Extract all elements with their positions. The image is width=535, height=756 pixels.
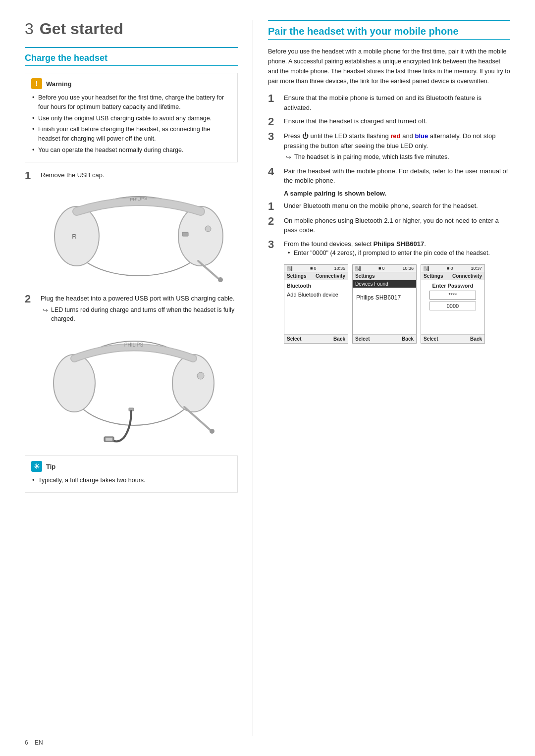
phone-3-footer-left[interactable]: Select bbox=[424, 336, 438, 342]
pair-step-1: 1 Ensure that the mobile phone is turned… bbox=[268, 93, 510, 112]
phone-3-battery: ■ 0 bbox=[447, 266, 453, 271]
phone-screen-2: ▒.||| ■ 0 10:36 Settings Devices Found P… bbox=[352, 264, 417, 344]
phone-2-nav-left: Settings bbox=[355, 273, 374, 279]
step-2-text: Plug the headset into a powered USB port… bbox=[41, 294, 238, 303]
phone-1-nav: Settings Connectivity bbox=[284, 272, 348, 280]
pair-step-1-content: Ensure that the mobile phone is turned o… bbox=[284, 93, 510, 112]
tip-list: Typically, a full charge takes two hours… bbox=[31, 476, 231, 485]
pair-sub-step-3-num: 3 bbox=[268, 239, 279, 250]
pair-step-4-text: Pair the headset with the mobile phone. … bbox=[284, 167, 508, 185]
pair-step-1-text: Ensure that the mobile phone is turned o… bbox=[284, 94, 482, 111]
headset-svg-top: R PHILIPS bbox=[40, 187, 238, 286]
phone-2-battery: ■ 0 bbox=[378, 266, 384, 271]
warning-icon: ! bbox=[31, 78, 42, 89]
phone-1-battery-icon: ■ bbox=[310, 266, 313, 271]
phone-2-footer-right[interactable]: Back bbox=[402, 336, 414, 342]
enter-password-field[interactable]: **** bbox=[429, 291, 476, 300]
arrow-icon-3: ↪ bbox=[286, 152, 291, 162]
step-1-text: Remove the USB cap. bbox=[41, 170, 238, 180]
pair-step-2: 2 Ensure that the headset is charged and… bbox=[268, 116, 510, 127]
phone-screens-container: ▒.||| ■ 0 10:35 Settings Connectivity Bl… bbox=[284, 264, 510, 344]
pin-note-item: Enter "0000" (4 zeros), if prompted to e… bbox=[294, 249, 510, 258]
step-1-content: Remove the USB cap. bbox=[41, 170, 238, 182]
pair-step-3-arrow-text: The headset is in pairing mode, which la… bbox=[294, 152, 449, 162]
page-footer: 6 EN bbox=[25, 739, 43, 746]
svg-point-6 bbox=[205, 226, 211, 232]
tip-box: ✳ Tip Typically, a full charge takes two… bbox=[25, 455, 238, 493]
phone-1-footer: Select Back bbox=[284, 334, 348, 343]
tip-item-1: Typically, a full charge takes two hours… bbox=[31, 476, 231, 485]
phone-2-footer-left[interactable]: Select bbox=[355, 336, 370, 342]
phone-2-status-bar: ▒.||| ■ 0 10:36 bbox=[353, 265, 416, 272]
tip-label: Tip bbox=[46, 463, 55, 470]
chapter-heading: 3 Get started bbox=[25, 20, 238, 38]
warning-header: ! Warning bbox=[31, 78, 231, 89]
chapter-number: 3 bbox=[25, 20, 34, 38]
pair-sub-step-2-num: 2 bbox=[268, 216, 279, 227]
pair-sub-step-3-text: From the found devices, select Philips S… bbox=[284, 240, 426, 248]
pair-step-4-content: Pair the headset with the mobile phone. … bbox=[284, 166, 510, 186]
step-2-arrow: ↪ LED turns red during charge and turns … bbox=[43, 305, 238, 324]
tip-header: ✳ Tip bbox=[31, 461, 231, 472]
pair-sub-step-3-content: From the found devices, select Philips S… bbox=[284, 239, 510, 259]
svg-point-8 bbox=[218, 277, 223, 282]
phone-3-footer-right[interactable]: Back bbox=[470, 336, 482, 342]
headset-usb-svg: PHILIPS bbox=[35, 329, 233, 448]
phone-2-time: 10:36 bbox=[402, 266, 414, 271]
phone-2-body: Philips SHB6017 bbox=[353, 290, 416, 305]
phone-3-footer: Select Back bbox=[421, 334, 484, 343]
step-2-num: 2 bbox=[25, 294, 36, 304]
pair-sub-step-1-content: Under Bluetooth menu on the mobile phone… bbox=[284, 201, 510, 211]
enter-password-value[interactable]: 0000 bbox=[429, 302, 476, 310]
red-word: red bbox=[390, 132, 400, 140]
phone-3-nav-left: Settings bbox=[424, 273, 443, 279]
pair-sub-step-2-text: On mobile phones using Bluetooth 2.1 or … bbox=[284, 217, 499, 234]
page-lang: EN bbox=[35, 739, 43, 746]
pair-step-2-text: Ensure that the headset is charged and t… bbox=[284, 117, 427, 125]
enter-password-title: Enter Password bbox=[424, 283, 482, 289]
phone-3-nav-right: Connectivity bbox=[452, 273, 482, 279]
pair-step-3-content: Press ⏻ until the LED starts flashing re… bbox=[284, 131, 510, 162]
warning-list: Before you use your headset for the firs… bbox=[31, 93, 231, 155]
phone-3-nav: Settings Connectivity bbox=[421, 272, 484, 280]
headset-image-top: R PHILIPS bbox=[40, 187, 238, 286]
pair-step-3-arrow: ↪ The headset is in pairing mode, which … bbox=[286, 152, 510, 162]
device-name-bold: Philips SHB6017 bbox=[374, 240, 425, 248]
phone-1-signal: ▒.||| bbox=[287, 266, 292, 271]
svg-text:R: R bbox=[72, 233, 76, 240]
phone-screen-1: ▒.||| ■ 0 10:35 Settings Connectivity Bl… bbox=[284, 264, 348, 344]
tip-icon: ✳ bbox=[31, 461, 42, 472]
phone-1-footer-right[interactable]: Back bbox=[333, 336, 345, 342]
arrow-icon: ↪ bbox=[43, 305, 48, 324]
step-1-num: 1 bbox=[25, 170, 36, 181]
svg-point-17 bbox=[210, 429, 214, 434]
pair-sub-step-1: 1 Under Bluetooth menu on the mobile pho… bbox=[268, 201, 510, 212]
pair-section-title: Pair the headset with your mobile phone bbox=[268, 26, 510, 40]
phone-2-nav: Settings bbox=[353, 272, 416, 280]
phone-2-footer: Select Back bbox=[353, 334, 416, 343]
phone-1-time: 10:35 bbox=[334, 266, 345, 271]
svg-rect-5 bbox=[182, 232, 188, 236]
phone-1-title: Bluetooth bbox=[287, 283, 345, 289]
pair-sub-step-2-content: On mobile phones using Bluetooth 2.1 or … bbox=[284, 216, 510, 235]
warning-item-2: Use only the original USB charging cable… bbox=[31, 114, 231, 123]
pair-step-1-num: 1 bbox=[268, 93, 279, 104]
phone-2-battery-icon: ■ bbox=[378, 266, 381, 271]
step-2: 2 Plug the headset into a powered USB po… bbox=[25, 294, 238, 324]
page-number: 6 bbox=[25, 739, 28, 746]
right-column: Pair the headset with your mobile phone … bbox=[253, 20, 510, 736]
headset-image-usb: PHILIPS bbox=[35, 329, 233, 448]
sample-pairing-label: A sample pairing is shown below. bbox=[284, 190, 510, 197]
phone-1-footer-left[interactable]: Select bbox=[287, 336, 301, 342]
pair-sub-step-1-num: 1 bbox=[268, 201, 279, 212]
phone-2-device-name: Philips SHB6017 bbox=[355, 292, 414, 303]
warning-item-1: Before you use your headset for the firs… bbox=[31, 93, 231, 112]
phone-3-body: Enter Password **** 0000 bbox=[421, 280, 484, 315]
step-2-content: Plug the headset into a powered USB port… bbox=[41, 294, 238, 324]
step-1: 1 Remove the USB cap. bbox=[25, 170, 238, 182]
pair-step-4-num: 4 bbox=[268, 166, 279, 177]
phone-1-status-bar: ▒.||| ■ 0 10:35 bbox=[284, 265, 348, 272]
warning-item-4: You can operate the headset normally dur… bbox=[31, 146, 231, 155]
phone-screen-3: ▒.||| ■ 0 10:37 Settings Connectivity En… bbox=[421, 264, 485, 344]
pair-sub-step-3: 3 From the found devices, select Philips… bbox=[268, 239, 510, 259]
